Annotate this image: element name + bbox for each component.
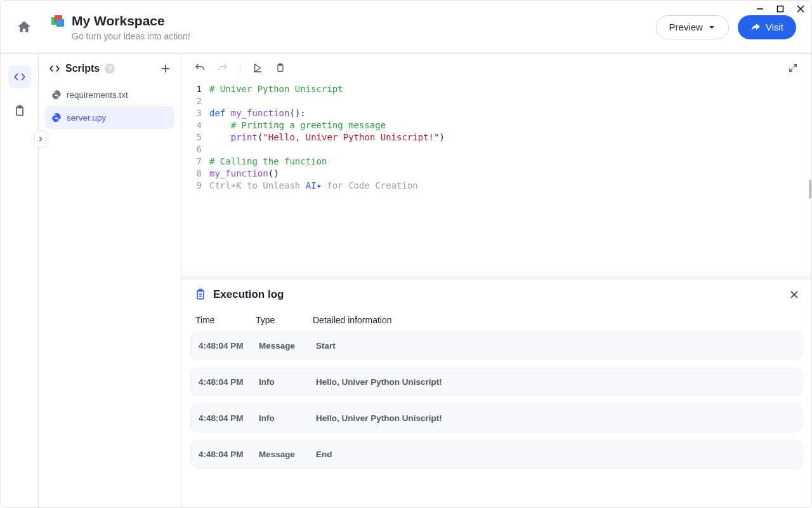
log-clipboard-icon bbox=[194, 288, 207, 301]
log-column-headers: Time Type Detailed information bbox=[181, 310, 811, 331]
log-time: 4:48:04 PM bbox=[199, 341, 259, 351]
add-script-button[interactable] bbox=[160, 64, 171, 74]
redo-button[interactable] bbox=[216, 61, 230, 75]
file-name: requirements.txt bbox=[67, 90, 128, 100]
run-button[interactable] bbox=[251, 61, 265, 75]
share-arrow-icon bbox=[750, 22, 761, 32]
python-icon bbox=[51, 112, 62, 123]
help-icon[interactable]: ? bbox=[105, 64, 115, 74]
toolbar-clipboard-button[interactable] bbox=[273, 61, 287, 75]
line-number: 7 bbox=[181, 156, 202, 168]
line-number: 8 bbox=[181, 168, 202, 180]
editor-area: 123456789 # Univer Python Uniscript def … bbox=[181, 54, 811, 507]
visit-button[interactable]: Visit bbox=[738, 15, 796, 39]
log-col-type: Type bbox=[256, 315, 313, 325]
code-line: # Univer Python Uniscript bbox=[209, 83, 811, 95]
svg-rect-1 bbox=[778, 6, 783, 12]
log-detail: Start bbox=[316, 341, 794, 351]
code-line: # Calling the function bbox=[209, 156, 811, 168]
undo-button[interactable] bbox=[193, 61, 207, 75]
visit-label: Visit bbox=[766, 22, 783, 32]
code-line bbox=[209, 144, 811, 156]
home-icon[interactable] bbox=[16, 19, 32, 36]
execution-log-panel: Execution log Time Type Detailed informa… bbox=[181, 279, 811, 507]
scripts-panel-title: Scripts bbox=[65, 63, 100, 74]
window-minimize-button[interactable] bbox=[756, 4, 764, 13]
line-number: 1 bbox=[181, 83, 202, 95]
preview-button[interactable]: Preview bbox=[656, 15, 729, 39]
log-row: 4:48:04 PMMessageStart bbox=[190, 331, 802, 360]
log-row: 4:48:04 PMInfoHello, Univer Python Unisc… bbox=[190, 404, 802, 432]
file-name: server.upy bbox=[67, 113, 106, 123]
line-number: 9 bbox=[181, 180, 202, 192]
expand-button[interactable] bbox=[786, 61, 800, 75]
line-number: 6 bbox=[181, 144, 202, 156]
line-number: 4 bbox=[181, 119, 202, 131]
preview-label: Preview bbox=[669, 22, 703, 32]
chevron-down-icon bbox=[708, 23, 716, 31]
log-type: Message bbox=[259, 450, 316, 459]
expand-icon bbox=[788, 63, 798, 73]
log-time: 4:48:04 PM bbox=[199, 450, 259, 459]
play-icon bbox=[252, 62, 263, 74]
redo-icon bbox=[217, 62, 228, 74]
log-time: 4:48:04 PM bbox=[199, 377, 259, 387]
line-number: 2 bbox=[181, 95, 202, 107]
close-icon bbox=[790, 290, 799, 299]
app-header: My Workspace Go turn your ideas into act… bbox=[1, 1, 811, 54]
line-number: 3 bbox=[181, 107, 202, 119]
code-line: Ctrl+K to Unleash AI✦ for Code Creation bbox=[209, 180, 811, 192]
workspace-logo-icon bbox=[50, 14, 65, 29]
file-item[interactable]: requirements.txt bbox=[45, 83, 174, 106]
file-item[interactable]: server.upy bbox=[45, 106, 174, 129]
log-row: 4:48:04 PMMessageEnd bbox=[190, 440, 802, 469]
log-row: 4:48:04 PMInfoHello, Univer Python Unisc… bbox=[190, 368, 802, 396]
log-time: 4:48:04 PM bbox=[199, 413, 259, 423]
code-line: def my_function(): bbox=[209, 107, 811, 119]
plus-icon bbox=[160, 64, 171, 74]
log-type: Message bbox=[259, 341, 316, 351]
rail-clipboard-tab[interactable] bbox=[8, 100, 31, 123]
line-number: 5 bbox=[181, 131, 202, 144]
code-line bbox=[209, 95, 811, 107]
log-type: Info bbox=[259, 413, 316, 423]
code-line: # Printing a greeting message bbox=[209, 119, 811, 131]
log-col-detail: Detailed information bbox=[313, 315, 797, 325]
code-icon bbox=[49, 63, 60, 74]
workspace-title: My Workspace bbox=[72, 13, 190, 29]
rail-collapse-toggle[interactable] bbox=[34, 130, 47, 148]
nav-rail bbox=[1, 54, 39, 507]
right-drag-handle[interactable] bbox=[809, 180, 811, 199]
editor-fade bbox=[181, 271, 811, 279]
rail-code-tab[interactable] bbox=[8, 65, 31, 88]
execution-log-title: Execution log bbox=[213, 288, 284, 301]
scripts-panel: Scripts ? requirements.txtserver.upy bbox=[39, 54, 181, 507]
undo-icon bbox=[194, 62, 206, 74]
log-col-time: Time bbox=[195, 315, 256, 325]
close-log-button[interactable] bbox=[790, 290, 799, 299]
window-close-button[interactable] bbox=[796, 4, 805, 13]
window-maximize-button[interactable] bbox=[776, 4, 785, 13]
editor-toolbar bbox=[181, 54, 811, 82]
log-detail: Hello, Univer Python Uniscript! bbox=[316, 413, 794, 423]
svg-rect-6 bbox=[56, 19, 64, 27]
python-icon bbox=[51, 90, 62, 100]
workspace-subtitle: Go turn your ideas into action! bbox=[72, 31, 190, 41]
clipboard-icon bbox=[275, 63, 285, 73]
code-line: print("Hello, Univer Python Uniscript!") bbox=[209, 131, 811, 144]
chevron-right-icon bbox=[37, 136, 44, 142]
toolbar-separator bbox=[240, 62, 240, 74]
log-detail: End bbox=[316, 450, 794, 459]
log-type: Info bbox=[259, 377, 316, 387]
code-editor[interactable]: 123456789 # Univer Python Uniscript def … bbox=[181, 82, 811, 271]
code-line: my_function() bbox=[209, 168, 811, 180]
log-detail: Hello, Univer Python Uniscript! bbox=[316, 377, 794, 387]
